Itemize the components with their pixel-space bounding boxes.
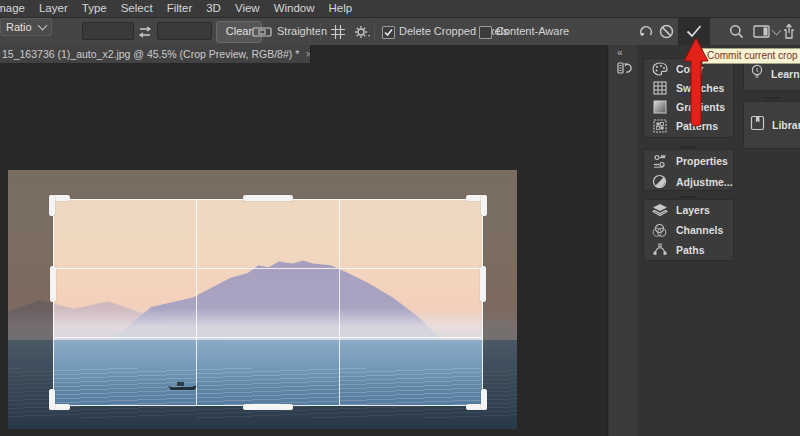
crop-height-input[interactable]: [158, 25, 211, 41]
search-icon[interactable]: [729, 24, 744, 39]
crop-rectangle[interactable]: [53, 199, 483, 406]
crop-width-input[interactable]: [83, 25, 133, 41]
panel-label: Paths: [676, 244, 705, 256]
cancel-crop-icon[interactable]: [659, 24, 674, 39]
panel-group-layers: Layers Channels: [643, 199, 734, 261]
menu-bar: Image Layer Type Select Filter 3D View W…: [0, 0, 800, 18]
panel-label: Learn: [771, 68, 800, 80]
grid-vline-1: [196, 199, 197, 406]
crop-width-field-wrap: [82, 22, 134, 40]
menu-type[interactable]: Type: [75, 0, 114, 17]
patterns-icon: [651, 117, 668, 134]
grid-hline-2: [53, 337, 483, 338]
photo-image[interactable]: [8, 170, 517, 429]
divider: [374, 23, 375, 40]
document-tab[interactable]: 15_163736 (1)_auto_x2.jpg @ 45.5% (Crop …: [0, 45, 311, 63]
tab-bar: 15_163736 (1)_auto_x2.jpg @ 45.5% (Crop …: [0, 45, 607, 63]
panel-layers[interactable]: Layers: [644, 200, 733, 220]
menu-help[interactable]: Help: [322, 0, 360, 17]
paths-icon: [651, 242, 668, 259]
workspace-icon[interactable]: [753, 25, 770, 38]
grid-vline-2: [339, 199, 340, 406]
color-palette-icon: [651, 60, 668, 77]
share-icon[interactable]: [782, 23, 796, 40]
reset-icon[interactable]: [638, 24, 654, 39]
panel-libraries[interactable]: Librari...: [743, 101, 800, 149]
crop-settings-gear-icon[interactable]: [353, 24, 371, 40]
document-title: 15_163736 (1)_auto_x2.jpg @ 45.5% (Crop …: [2, 48, 299, 60]
delete-cropped-pixels-label[interactable]: Delete Cropped Pixels: [399, 18, 508, 45]
panel-paths[interactable]: Paths: [644, 240, 733, 260]
layers-icon: [651, 202, 668, 219]
delete-cropped-pixels-checkbox[interactable]: [382, 26, 395, 39]
channels-icon: [651, 222, 668, 239]
overlay-grid-icon[interactable]: [330, 24, 346, 40]
check-icon: [383, 27, 394, 38]
panel-channels[interactable]: Channels: [644, 220, 733, 240]
panel-label: Layers: [676, 204, 710, 216]
panel-group-grip[interactable]: [679, 196, 697, 198]
commit-crop-icon: [686, 24, 702, 38]
crop-handle-right[interactable]: [480, 266, 486, 302]
annotation-arrow-icon: [681, 37, 711, 129]
crop-ratio-select[interactable]: Ratio: [0, 18, 52, 36]
history-icon[interactable]: [615, 59, 633, 77]
divider: [320, 23, 321, 40]
panel-label: Channels: [676, 224, 723, 236]
crop-shade-left: [8, 199, 53, 406]
content-aware-checkbox[interactable]: [479, 26, 492, 39]
panel-column-right: « Learn: [738, 45, 800, 436]
panel-label: Librari...: [772, 119, 800, 131]
panel-adjustments[interactable]: Adjustme...: [644, 171, 733, 192]
panel-label: Properties: [676, 155, 728, 167]
crop-handle-top-left[interactable]: [49, 195, 55, 216]
properties-sliders-icon: [651, 152, 668, 169]
straighten-icon[interactable]: [252, 25, 272, 39]
canvas-area[interactable]: [0, 63, 607, 436]
adjustments-icon: [651, 173, 668, 190]
photoshop-window: Image Layer Type Select Filter 3D View W…: [0, 0, 800, 436]
menu-window[interactable]: Window: [267, 0, 322, 17]
panel-properties[interactable]: Properties: [644, 150, 733, 171]
content-aware-label[interactable]: Content-Aware: [496, 18, 569, 45]
collapsed-panel-strip: «: [609, 45, 639, 436]
menu-select[interactable]: Select: [114, 0, 160, 17]
menu-3d[interactable]: 3D: [199, 0, 228, 17]
close-tab-icon[interactable]: ×: [305, 48, 311, 60]
crop-ratio-label: Ratio: [6, 19, 32, 35]
panel-group-properties: Properties Adjustme...: [643, 149, 734, 191]
menu-view[interactable]: View: [228, 0, 267, 17]
crop-handle-bottom[interactable]: [243, 404, 293, 410]
menu-layer[interactable]: Layer: [32, 0, 75, 17]
swatches-grid-icon: [651, 79, 668, 96]
panel-label: Adjustme...: [676, 176, 733, 188]
panel-group-grip[interactable]: [679, 146, 697, 148]
menu-filter[interactable]: Filter: [160, 0, 200, 17]
crop-shade-right: [483, 199, 517, 406]
collapse-dock-icon[interactable]: «: [617, 48, 622, 58]
grid-hline-1: [53, 268, 483, 269]
lightbulb-icon: [750, 64, 764, 85]
crop-handle-top-right[interactable]: [481, 195, 487, 216]
crop-handle-left[interactable]: [50, 266, 56, 302]
menu-image[interactable]: Image: [0, 0, 32, 17]
swap-dimensions-icon[interactable]: [137, 26, 153, 38]
crop-handle-bottom-left[interactable]: [49, 389, 55, 410]
panel-group-grip[interactable]: [762, 97, 780, 99]
gradient-icon: [651, 98, 668, 115]
commit-crop-tooltip: Commit current crop operation: [702, 48, 800, 64]
libraries-book-icon: [750, 115, 765, 135]
crop-height-field-wrap: [157, 22, 212, 40]
crop-handle-bottom-right[interactable]: [481, 389, 487, 410]
chevron-down-icon: [38, 21, 48, 31]
crop-handle-top[interactable]: [243, 195, 293, 201]
crop-options-bar: Ratio Clear Straighten: [0, 18, 800, 46]
workspace-caret-icon[interactable]: [772, 26, 782, 36]
